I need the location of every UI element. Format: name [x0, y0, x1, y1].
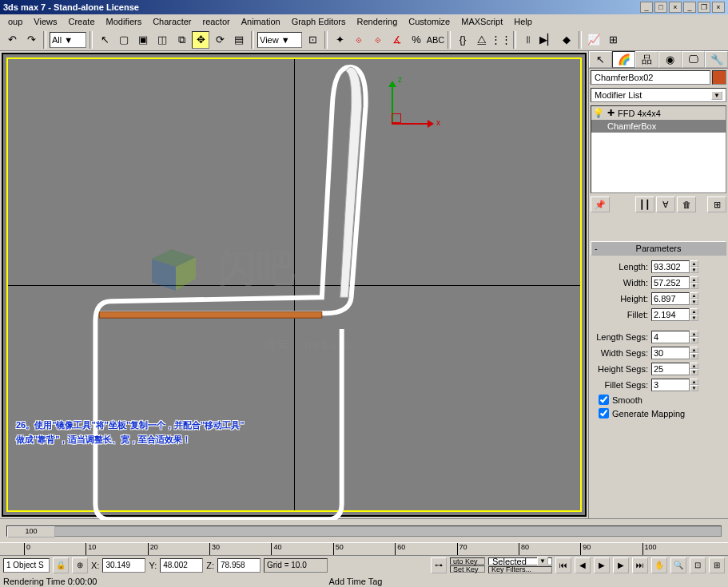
object-name-field[interactable] — [591, 70, 710, 85]
nav-1[interactable]: ✋ — [651, 557, 667, 573]
width-up[interactable]: ▲ — [690, 276, 698, 283]
time-ruler[interactable]: 0 10 20 30 40 50 60 70 80 90 100 — [0, 542, 728, 555]
snap-toggle-2d[interactable]: ⟐ — [350, 31, 368, 49]
y-field[interactable] — [160, 558, 203, 573]
menu-modifiers[interactable]: Modifiers — [101, 16, 147, 27]
lsegs-up[interactable]: ▲ — [690, 331, 698, 337]
menu-animation[interactable]: Animation — [237, 16, 285, 27]
remove-modifier[interactable]: 🗑 — [677, 196, 696, 212]
width-down[interactable]: ▼ — [690, 283, 698, 289]
curve-editor[interactable]: 📈 — [585, 31, 603, 49]
menu-help[interactable]: Help — [509, 16, 537, 27]
play-button[interactable]: ▶ — [594, 557, 610, 573]
wsegs-spinner[interactable] — [651, 347, 690, 359]
expand-icon[interactable]: ✚ — [607, 108, 615, 118]
key-filter-combo[interactable]: Selected — [488, 557, 552, 565]
modifier-list-dropdown[interactable]: Modifier List — [591, 88, 726, 102]
select-region-2[interactable]: ▣ — [134, 31, 152, 49]
absolute-mode[interactable]: ⊕ — [72, 557, 88, 573]
restore-button[interactable]: ❐ — [698, 2, 710, 13]
select-region-1[interactable]: ▢ — [115, 31, 133, 49]
lock-selection[interactable]: 🔒 — [53, 557, 69, 573]
fsegs-spinner[interactable] — [651, 379, 690, 391]
object-color-swatch[interactable] — [712, 70, 726, 85]
menu-rendering[interactable]: Rendering — [352, 16, 403, 27]
schematic-view[interactable]: ⊞ — [604, 31, 622, 49]
width-spinner[interactable] — [651, 276, 690, 289]
hsegs-down[interactable]: ▼ — [690, 369, 698, 375]
ref-coord-combo[interactable]: View ▼ — [257, 32, 302, 48]
layers-button[interactable]: ◆ — [558, 31, 575, 49]
configure-sets[interactable]: ⊞ — [707, 196, 726, 212]
x-field[interactable] — [102, 558, 145, 573]
minimize-button[interactable]: _ — [640, 2, 653, 13]
hsegs-up[interactable]: ▲ — [690, 363, 698, 369]
fillet-spinner[interactable] — [651, 308, 690, 321]
stack-item-chamferbox[interactable]: ChamferBox — [591, 120, 726, 133]
close-button[interactable]: × — [669, 2, 682, 13]
time-slider[interactable]: 100 — [6, 526, 722, 537]
lightbulb-icon[interactable]: 💡 — [593, 108, 604, 118]
named-sel-sets[interactable]: {} — [454, 31, 471, 49]
lsegs-down[interactable]: ▼ — [690, 337, 698, 343]
select-region-4[interactable]: ⧉ — [173, 31, 190, 49]
mirror-button[interactable]: ⧋ — [473, 31, 491, 49]
scale-button[interactable]: ▤ — [230, 31, 248, 49]
rollout-header[interactable]: Parameters — [591, 241, 726, 256]
wsegs-up[interactable]: ▲ — [690, 347, 698, 353]
menu-views[interactable]: Views — [29, 16, 62, 27]
gen-mapping-checkbox[interactable] — [599, 408, 609, 418]
maximize-button[interactable]: □ — [654, 2, 667, 13]
menu-reactor[interactable]: reactor — [197, 16, 234, 27]
tab-motion[interactable]: ◉ — [658, 51, 682, 68]
lsegs-spinner[interactable] — [651, 331, 690, 343]
menu-character[interactable]: Character — [148, 16, 196, 27]
pivot-button[interactable]: ⊡ — [304, 31, 321, 49]
z-field[interactable] — [217, 558, 261, 573]
length-up[interactable]: ▲ — [690, 260, 698, 267]
undo-button[interactable]: ↶ — [3, 31, 21, 49]
fillet-down[interactable]: ▼ — [690, 315, 698, 321]
select-button[interactable]: ↖ — [96, 31, 113, 49]
align-button[interactable]: ⫴ — [519, 31, 537, 49]
tab-utilities[interactable]: 🔧 — [705, 51, 728, 68]
quick-align[interactable]: ▶▏ — [539, 31, 556, 49]
time-thumb[interactable]: 100 — [7, 526, 55, 537]
key-mode-icon[interactable]: ⊶ — [431, 557, 447, 573]
wsegs-down[interactable]: ▼ — [690, 353, 698, 359]
tab-display[interactable]: 🖵 — [682, 51, 705, 68]
goto-end[interactable]: ⏭ — [632, 557, 648, 573]
nav-4[interactable]: ⊞ — [709, 557, 725, 573]
select-manipulate[interactable]: ✦ — [331, 31, 348, 49]
add-time-tag[interactable]: Add Time Tag — [328, 577, 382, 586]
modifier-stack[interactable]: 💡 ✚ FFD 4x4x4 ChamferBox — [591, 105, 726, 193]
angle-snap[interactable]: ∡ — [388, 31, 406, 49]
stack-item-ffd[interactable]: 💡 ✚ FFD 4x4x4 — [591, 106, 726, 120]
smooth-checkbox[interactable] — [599, 395, 609, 405]
tab-hierarchy[interactable]: 品 — [635, 51, 658, 68]
goto-start[interactable]: ⏮ — [555, 557, 571, 573]
selection-filter-combo[interactable]: All ▼ — [50, 32, 86, 48]
show-end-result[interactable]: ┃┃ — [635, 196, 654, 212]
make-unique[interactable]: ∀ — [656, 196, 675, 212]
height-spinner[interactable] — [651, 292, 690, 305]
length-down[interactable]: ▼ — [690, 267, 698, 273]
tab-modify[interactable]: 🌈 — [612, 51, 635, 68]
minimize-button-2[interactable]: _ — [683, 2, 696, 13]
nav-3[interactable]: ⊡ — [690, 557, 706, 573]
auto-key-button[interactable]: uto Key — [450, 557, 485, 565]
menu-group[interactable]: oup — [3, 16, 27, 27]
array-button[interactable]: ⋮⋮ — [492, 31, 510, 49]
rotate-button[interactable]: ⟳ — [211, 31, 229, 49]
menu-create[interactable]: Create — [64, 16, 100, 27]
spinner-snap[interactable]: ABC — [427, 31, 444, 49]
tab-create[interactable]: ↖ — [589, 51, 612, 68]
key-filters-button[interactable]: Key Filters... — [488, 566, 552, 573]
fsegs-up[interactable]: ▲ — [690, 379, 698, 385]
hsegs-spinner[interactable] — [651, 363, 690, 375]
menu-graph-editors[interactable]: Graph Editors — [287, 16, 351, 27]
set-key-button[interactable]: Set Key — [450, 565, 485, 573]
select-region-3[interactable]: ◫ — [153, 31, 171, 49]
close-button-2[interactable]: × — [712, 2, 725, 13]
percent-snap[interactable]: % — [408, 31, 425, 49]
